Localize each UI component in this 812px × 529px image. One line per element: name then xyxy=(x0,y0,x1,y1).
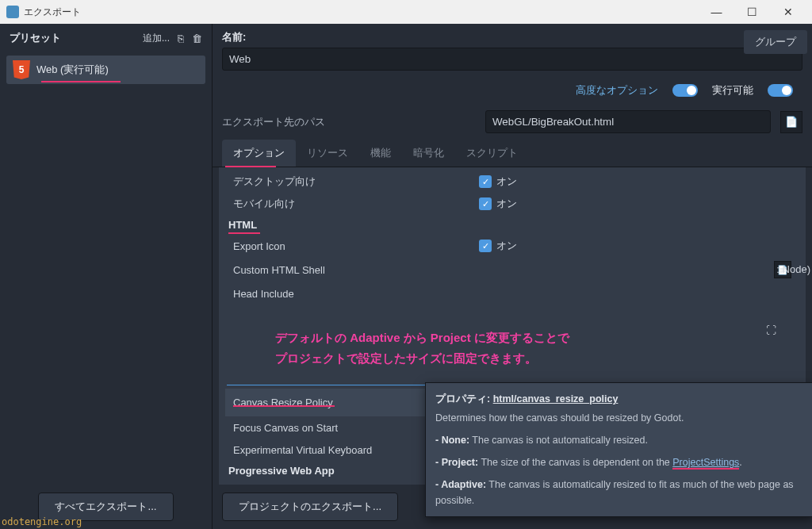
annotation-underline xyxy=(41,81,121,82)
app-icon xyxy=(6,6,19,18)
project-export-button[interactable]: プロジェクトのエクスポート... xyxy=(222,493,398,521)
file-icon: 📄 xyxy=(785,116,798,128)
annotation-underline xyxy=(228,232,260,234)
add-preset-link[interactable]: 追加... xyxy=(143,32,170,45)
annotation-underline xyxy=(233,405,335,407)
project-settings-link[interactable]: ProjectSettings xyxy=(672,457,739,470)
mobile-checkbox[interactable]: ✓ xyxy=(479,197,492,210)
runnable-label: 実行可能 xyxy=(712,83,753,98)
titlebar: エクスポート — ☐ ✕ xyxy=(0,0,812,24)
tab-scripts[interactable]: スクリプト xyxy=(455,140,529,167)
preset-web[interactable]: 5 Web (実行可能) xyxy=(6,56,205,84)
custom-html-label: Custom HTML Shell xyxy=(233,264,479,276)
tab-options[interactable]: オプション xyxy=(222,140,296,167)
runnable-toggle[interactable] xyxy=(768,84,793,97)
name-label: 名前: xyxy=(222,30,802,44)
preset-name-input[interactable] xyxy=(222,48,802,71)
presets-panel: プリセット 追加... ⎘ 🗑 5 Web (実行可能) すべてエクスポート..… xyxy=(0,24,213,529)
settings-tabs: オプション リソース 機能 暗号化 スクリプト xyxy=(213,140,812,167)
delete-icon[interactable]: 🗑 xyxy=(192,33,202,44)
export-path-label: エクスポート先のパス xyxy=(222,115,476,129)
export-icon-label: Export Icon xyxy=(233,240,479,252)
groups-tab[interactable]: グループ xyxy=(744,30,807,54)
export-icon-checkbox[interactable]: ✓ xyxy=(479,240,492,252)
annotation-callout: デフォルトの Adaptive から Project に変更することで プロジェ… xyxy=(265,314,783,381)
preset-label: Web (実行可能) xyxy=(36,63,109,77)
browse-path-button[interactable]: 📄 xyxy=(780,111,802,133)
mobile-label: モバイル向け xyxy=(233,197,479,211)
minimize-button[interactable]: — xyxy=(699,1,734,23)
window-title: エクスポート xyxy=(24,6,699,19)
maximize-button[interactable]: ☐ xyxy=(734,1,770,23)
tab-features[interactable]: 機能 xyxy=(359,140,402,167)
annotation-underline xyxy=(225,166,276,167)
advanced-options-toggle[interactable] xyxy=(672,84,698,97)
node-text: : Node) xyxy=(776,263,810,275)
copy-icon[interactable]: ⎘ xyxy=(178,33,184,44)
tab-encryption[interactable]: 暗号化 xyxy=(402,140,455,167)
html-section: HTML xyxy=(225,215,799,235)
status-url: odotengine.org xyxy=(2,516,82,527)
close-button[interactable]: ✕ xyxy=(770,1,806,23)
advanced-options-label: 高度なオプション xyxy=(576,83,658,98)
property-tooltip: プロパティ: html/canvas_resize_policy Determi… xyxy=(425,382,812,517)
desktop-label: デスクトップ向け xyxy=(233,174,479,189)
html5-icon: 5 xyxy=(13,60,30,79)
presets-title: プリセット xyxy=(10,31,143,45)
desktop-checkbox[interactable]: ✓ xyxy=(479,175,492,188)
head-include-label: Head Include xyxy=(233,288,479,300)
fullscreen-icon[interactable]: ⛶ xyxy=(766,324,776,336)
tab-resources[interactable]: リソース xyxy=(296,140,359,167)
export-path-input[interactable] xyxy=(485,110,771,133)
tooltip-property-name: html/canvas_resize_policy xyxy=(493,393,619,404)
